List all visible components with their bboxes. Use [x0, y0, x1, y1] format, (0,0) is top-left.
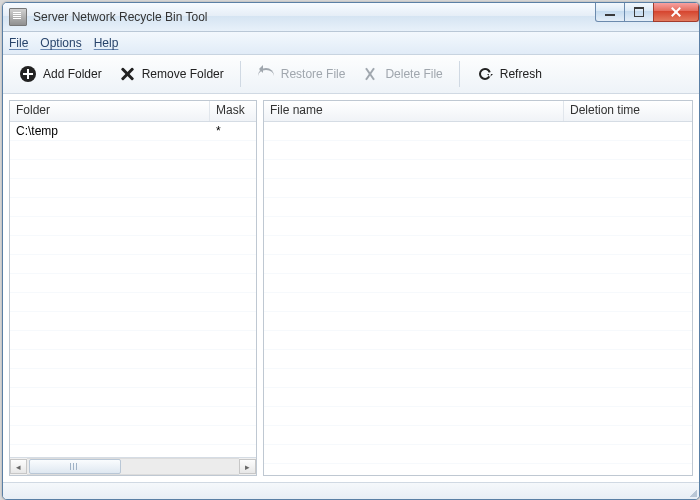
scroll-track[interactable] — [27, 458, 239, 475]
scroll-right-arrow-icon[interactable]: ▸ — [239, 459, 256, 474]
menu-help[interactable]: Help — [94, 36, 119, 50]
close-icon — [671, 7, 681, 17]
toolbar: Add Folder Remove Folder Restore File De… — [3, 55, 699, 94]
window-title: Server Network Recycle Bin Tool — [33, 10, 208, 24]
restore-file-button[interactable]: Restore File — [249, 61, 354, 87]
folders-pane: Folder Mask C:\temp * ◂ ▸ — [9, 100, 257, 476]
column-header-file-name[interactable]: File name — [264, 101, 564, 121]
column-header-deletion-time[interactable]: Deletion time — [564, 101, 692, 121]
content-area: Folder Mask C:\temp * ◂ ▸ File name Dele — [3, 94, 699, 482]
app-window: Server Network Recycle Bin Tool File Opt… — [2, 2, 700, 500]
folders-horizontal-scrollbar[interactable]: ◂ ▸ — [10, 457, 256, 475]
column-header-mask[interactable]: Mask — [210, 101, 256, 121]
app-icon — [9, 8, 27, 26]
titlebar[interactable]: Server Network Recycle Bin Tool — [3, 3, 699, 32]
add-folder-button[interactable]: Add Folder — [11, 61, 110, 87]
maximize-button[interactable] — [624, 3, 654, 22]
plus-circle-icon — [19, 65, 37, 83]
scissors-icon — [361, 65, 379, 83]
refresh-button[interactable]: Refresh — [468, 61, 550, 87]
remove-folder-label: Remove Folder — [142, 67, 224, 81]
cell-mask: * — [210, 124, 256, 138]
statusbar — [3, 482, 699, 499]
menu-file[interactable]: File — [9, 36, 28, 50]
table-row[interactable]: C:\temp * — [10, 122, 256, 140]
minimize-icon — [605, 14, 615, 16]
scroll-thumb[interactable] — [29, 459, 121, 474]
cell-folder: C:\temp — [10, 124, 210, 138]
minimize-button[interactable] — [595, 3, 625, 22]
remove-folder-button[interactable]: Remove Folder — [110, 61, 232, 87]
folders-rows[interactable]: C:\temp * — [10, 122, 256, 457]
toolbar-separator — [459, 61, 460, 87]
resize-grip[interactable] — [685, 485, 697, 497]
files-pane: File name Deletion time — [263, 100, 693, 476]
restore-file-label: Restore File — [281, 67, 346, 81]
folders-column-headers: Folder Mask — [10, 101, 256, 122]
menu-options[interactable]: Options — [40, 36, 81, 50]
x-icon — [118, 65, 136, 83]
files-column-headers: File name Deletion time — [264, 101, 692, 122]
menubar: File Options Help — [3, 32, 699, 55]
refresh-icon — [476, 65, 494, 83]
delete-file-button[interactable]: Delete File — [353, 61, 450, 87]
undo-icon — [257, 65, 275, 83]
add-folder-label: Add Folder — [43, 67, 102, 81]
files-rows[interactable] — [264, 122, 692, 475]
refresh-label: Refresh — [500, 67, 542, 81]
maximize-icon — [634, 7, 644, 17]
toolbar-separator — [240, 61, 241, 87]
scroll-left-arrow-icon[interactable]: ◂ — [10, 459, 27, 474]
window-controls — [596, 3, 699, 22]
close-button[interactable] — [653, 3, 699, 22]
delete-file-label: Delete File — [385, 67, 442, 81]
column-header-folder[interactable]: Folder — [10, 101, 210, 121]
